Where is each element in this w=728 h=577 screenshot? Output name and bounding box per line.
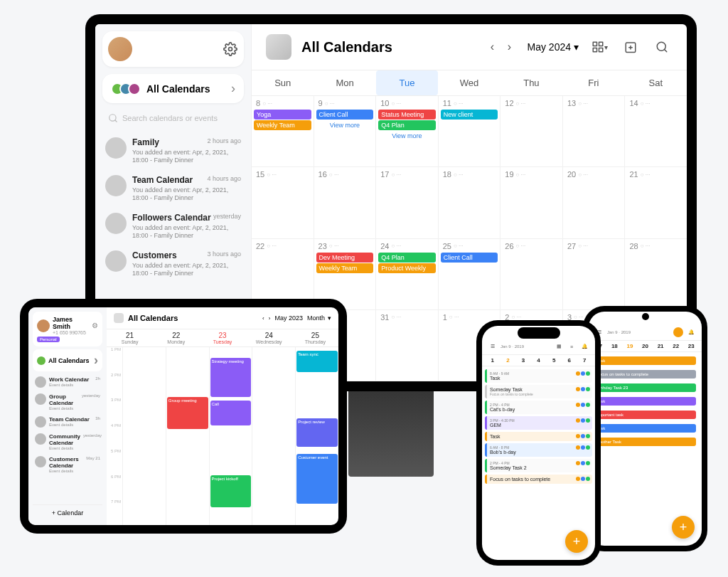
task-item[interactable]: Focus on tasks to complete bbox=[485, 475, 592, 484]
view-grid-icon[interactable]: ▾ bbox=[589, 36, 610, 58]
gear-icon[interactable] bbox=[223, 41, 238, 57]
calendar-event[interactable]: Strategy meeting bbox=[210, 358, 252, 397]
day-cell[interactable]: 9○ ···Client CallView more bbox=[314, 96, 377, 166]
calendar-event[interactable]: Q4 Plan bbox=[378, 120, 436, 130]
date-cell[interactable]: 19 bbox=[622, 343, 638, 349]
day-cell[interactable]: 20○ ··· bbox=[563, 167, 626, 238]
tablet-all-calendars[interactable]: All Calendars › bbox=[33, 349, 102, 371]
task-item[interactable]: 8 AM - 9 AMTask bbox=[485, 369, 592, 383]
calendar-item[interactable]: Customers3 hours agoYou added an event: … bbox=[102, 246, 244, 282]
day-cell[interactable]: 19○ ··· bbox=[500, 167, 563, 238]
dow-cell[interactable]: 23Tuesday bbox=[199, 329, 245, 346]
task-item[interactable]: 6 AM - 8 PMBob's b-day bbox=[485, 443, 592, 457]
calendar-event[interactable]: Task bbox=[594, 356, 696, 365]
search-icon[interactable] bbox=[651, 36, 673, 58]
calendar-item[interactable]: Family2 hours agoYou added an event: Apr… bbox=[102, 133, 244, 169]
day-cell[interactable]: 14○ ··· bbox=[625, 96, 687, 166]
add-calendar-button[interactable]: + Calendar bbox=[33, 504, 102, 521]
day-cell[interactable]: 11○ ···New client bbox=[439, 96, 501, 166]
list-icon[interactable]: ≡ bbox=[567, 342, 577, 351]
day-cell[interactable]: 17○ ··· bbox=[376, 167, 439, 238]
day-cell[interactable]: 13○ ··· bbox=[563, 96, 626, 166]
day-cell[interactable]: 21○ ··· bbox=[625, 167, 687, 238]
period-picker[interactable]: May 2024▾ bbox=[528, 41, 579, 53]
calendar-event[interactable]: Project review bbox=[296, 418, 338, 447]
calendar-event[interactable]: Status Meeting bbox=[378, 110, 436, 120]
dow-cell[interactable]: Wed bbox=[438, 70, 500, 95]
tablet-period[interactable]: May 2023 bbox=[274, 314, 303, 322]
task-item[interactable]: 2 PM - 4 PMSomeday Task 2 bbox=[485, 459, 592, 472]
calendar-event[interactable]: Task bbox=[594, 397, 696, 406]
date-cell[interactable]: 22 bbox=[668, 343, 684, 349]
all-calendars-card[interactable]: All Calendars › bbox=[102, 74, 244, 103]
day-cell[interactable]: 31○ ··· bbox=[376, 310, 439, 381]
day-cell[interactable]: 27○ ··· bbox=[563, 239, 626, 309]
calendar-item[interactable]: Team Calendar4 hours agoYou added an eve… bbox=[102, 171, 244, 207]
calendar-event[interactable]: Product Weekly bbox=[378, 263, 436, 273]
date-cell[interactable]: 2 bbox=[500, 357, 516, 364]
day-cell[interactable]: 26○ ··· bbox=[500, 239, 563, 309]
day-cell[interactable]: 12○ ··· bbox=[500, 96, 563, 166]
day-cell[interactable]: 28○ ··· bbox=[625, 239, 687, 309]
day-cell[interactable]: 16○ ··· bbox=[314, 167, 377, 238]
menu-icon[interactable]: ☰ bbox=[488, 342, 498, 351]
grid-icon[interactable]: ▦ bbox=[554, 342, 564, 351]
date-cell[interactable]: 1 bbox=[485, 357, 500, 364]
calendar-event[interactable]: Group meeting bbox=[167, 397, 208, 429]
date-cell[interactable]: 20 bbox=[638, 343, 653, 349]
dow-cell[interactable]: 22Monday bbox=[153, 329, 199, 346]
day-cell[interactable]: 18○ ··· bbox=[439, 167, 501, 238]
calendar-event[interactable]: Team sync bbox=[296, 351, 338, 372]
add-button[interactable]: + bbox=[565, 530, 588, 553]
tablet-profile[interactable]: James Smith +1 650 990765 ⚙ Personal bbox=[33, 312, 102, 346]
add-event-icon[interactable] bbox=[620, 36, 641, 58]
calendar-event[interactable]: Task bbox=[594, 424, 696, 433]
dow-cell[interactable]: Tue bbox=[376, 70, 438, 95]
date-cell[interactable]: 21 bbox=[653, 343, 668, 349]
date-cell[interactable]: 5 bbox=[546, 357, 562, 364]
bell-icon[interactable]: 🔔 bbox=[579, 342, 589, 351]
dow-cell[interactable]: Mon bbox=[314, 70, 375, 95]
calendar-event[interactable]: Project kickoff bbox=[210, 475, 252, 507]
dow-cell[interactable]: 24Wednesday bbox=[246, 329, 292, 346]
calendar-item[interactable]: Followers CalendaryesterdayYou added an … bbox=[102, 208, 244, 245]
profile-card[interactable] bbox=[102, 31, 244, 67]
search-input[interactable]: Search calendars or events bbox=[102, 110, 244, 126]
dow-cell[interactable]: 21Sunday bbox=[107, 329, 153, 346]
date-cell[interactable]: 4 bbox=[531, 357, 547, 364]
day-cell[interactable]: 24○ ···Q4 PlanProduct Weekly bbox=[376, 239, 439, 309]
calendar-event[interactable]: View more bbox=[316, 120, 374, 130]
calendar-event[interactable]: Another Task bbox=[594, 438, 696, 446]
calendar-event[interactable]: View more bbox=[378, 131, 436, 141]
gear-icon[interactable]: ⚙ bbox=[92, 322, 98, 329]
day-cell[interactable]: 25○ ···Client Call bbox=[439, 239, 501, 309]
calendar-event[interactable]: Client Call bbox=[441, 253, 498, 263]
date-cell[interactable]: 6 bbox=[562, 357, 577, 364]
prev-button[interactable]: ‹ bbox=[485, 39, 500, 55]
tablet-view-mode[interactable]: Month ▾ bbox=[307, 314, 331, 322]
calendar-event[interactable]: Weekly Team bbox=[316, 263, 374, 273]
calendar-event[interactable]: Dev Meeting bbox=[316, 253, 374, 263]
calendar-event[interactable]: Birthday Task 23 bbox=[594, 383, 696, 392]
avatar[interactable] bbox=[673, 327, 683, 337]
calendar-event[interactable]: Client Call bbox=[316, 110, 374, 120]
calendar-item[interactable]: Customers CalendarEvent detailsMay 21 bbox=[33, 454, 102, 475]
day-cell[interactable]: 8○ ···YogaWeekly Team bbox=[252, 96, 314, 166]
prev-button[interactable]: ‹ bbox=[262, 315, 264, 322]
dow-cell[interactable]: Fri bbox=[562, 70, 624, 95]
calendar-item[interactable]: Team CalendarEvent details3h bbox=[33, 414, 102, 430]
calendar-event[interactable]: Focus on tasks to complete bbox=[594, 370, 696, 379]
task-item[interactable]: 2 PM - 4 PMCat's b-day bbox=[485, 401, 592, 414]
calendar-event[interactable]: Q4 Plan bbox=[378, 253, 436, 263]
calendar-event[interactable]: Yoga bbox=[254, 110, 311, 120]
next-button[interactable]: › bbox=[502, 39, 518, 55]
date-cell[interactable]: 7 bbox=[577, 357, 592, 364]
calendar-event[interactable]: Customer event bbox=[296, 454, 338, 504]
calendar-item[interactable]: Group CalendarEvent detailsyesterday bbox=[33, 391, 102, 413]
date-cell[interactable]: 3 bbox=[515, 357, 531, 364]
calendar-event[interactable]: Important task bbox=[594, 411, 696, 419]
next-button[interactable]: › bbox=[269, 315, 271, 322]
calendar-event[interactable]: Call bbox=[210, 401, 252, 425]
dow-cell[interactable]: Thu bbox=[500, 70, 562, 95]
calendar-event[interactable]: New client bbox=[441, 110, 498, 120]
